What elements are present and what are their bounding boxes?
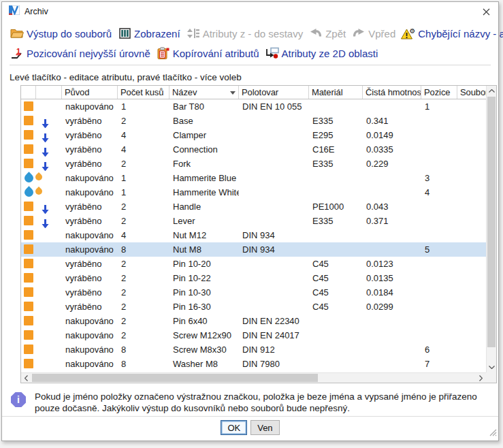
- cell-file: [457, 328, 486, 342]
- table-row[interactable]: vyráběno 2 Pin 16-30 C45 0.0299: [21, 300, 486, 314]
- cell-origin: vyráběno: [62, 285, 118, 300]
- column-header-cista-hmotnost[interactable]: Čistá hmotnost: [363, 86, 421, 99]
- down-arrow-icon: [42, 133, 49, 142]
- cell-position: 3: [421, 171, 457, 185]
- cell-material: C45: [309, 300, 363, 314]
- table-row[interactable]: vyráběno 2 Fork E335 0.229: [21, 157, 486, 171]
- cell-blank: DIN 934: [239, 228, 309, 242]
- cell-blank: [239, 199, 309, 214]
- cell-position: [421, 285, 457, 300]
- part-square-icon: [24, 345, 33, 354]
- cell-name: Screw M12x90: [169, 328, 239, 342]
- cell-name: Connection: [169, 142, 239, 157]
- table-row[interactable]: vyráběno 2 Base E335 0.341: [21, 114, 486, 128]
- cell-name: Washer M8: [169, 357, 239, 371]
- table-row[interactable]: nakupováno 1 Hammerite White 4: [21, 185, 486, 199]
- table-row[interactable]: vyráběno 2 Lever E335 0.371: [21, 214, 486, 228]
- cell-qty: 2: [118, 328, 169, 342]
- toolbar-item-zobrazeni[interactable]: Zobrazení: [117, 27, 180, 40]
- table-row[interactable]: nakupováno 2 Screw M12x90 DIN EN 24017: [21, 328, 486, 342]
- part-square-icon: [24, 230, 33, 240]
- horizontal-scroll-thumb[interactable]: [32, 374, 318, 382]
- cell-blank: [239, 171, 309, 185]
- scroll-down-icon[interactable]: [487, 362, 497, 372]
- part-square-icon: [24, 316, 33, 325]
- cell-mass: 0.0135: [363, 271, 421, 285]
- table-row[interactable]: nakupováno 4 Nut M12 DIN 934: [21, 228, 486, 242]
- column-header-pocet-kusu[interactable]: Počet kusů: [118, 86, 169, 99]
- cell-mass: [363, 99, 421, 114]
- undo-icon: [308, 27, 323, 40]
- cell-origin: vyráběno: [62, 300, 118, 314]
- region-2d-icon: [265, 46, 280, 60]
- column-header-puvod[interactable]: Původ: [62, 86, 118, 99]
- cell-name: Fork: [169, 157, 239, 171]
- table-row[interactable]: nakupováno 8 Screw M8x30 DIN 912 6: [21, 342, 486, 357]
- down-arrow-icon: [42, 118, 49, 128]
- table-row[interactable]: vyráběno 4 Connection C16E 0.0335: [21, 142, 486, 157]
- table-row[interactable]: vyráběno 2 Pin 10-30 C45 0.0184: [21, 285, 486, 300]
- row-icons: [21, 328, 62, 342]
- cell-origin: nakupováno: [62, 228, 118, 242]
- scroll-up-icon[interactable]: [487, 86, 497, 96]
- toolbar-item-kopirovani-atributu[interactable]: Kopírování atributů: [156, 46, 259, 60]
- table-row[interactable]: vyráběno 2 Pin 10-22 C45 0.0135: [21, 271, 486, 285]
- paint-drop-orange-icon: [34, 172, 44, 182]
- cell-qty: 2: [118, 300, 169, 314]
- table-row[interactable]: nakupováno 2 Pin 6x40 DIN EN 22340: [21, 314, 486, 328]
- row-icons: [21, 342, 62, 357]
- down-arrow-icon: [42, 161, 49, 171]
- ok-button[interactable]: OK: [221, 420, 247, 435]
- cell-file: [457, 128, 486, 142]
- resize-grip[interactable]: [489, 427, 497, 439]
- cell-material: C45: [309, 285, 363, 300]
- column-header-icon1[interactable]: [21, 86, 36, 99]
- cell-position: [421, 257, 457, 271]
- column-header-nazev[interactable]: Název: [169, 86, 239, 99]
- column-header-soubor[interactable]: Soubor: [457, 86, 486, 99]
- cell-file: [457, 314, 486, 328]
- toolbar-item-vystup-do-souboru[interactable]: Výstup do souborů: [10, 27, 112, 40]
- vertical-scroll-thumb[interactable]: [487, 97, 496, 347]
- cell-file: [457, 285, 486, 300]
- cell-file: [457, 99, 486, 114]
- scroll-right-icon[interactable]: [476, 373, 486, 383]
- horizontal-scrollbar[interactable]: [21, 372, 486, 383]
- vertical-scrollbar[interactable]: [486, 86, 496, 372]
- toolbar-item-chybejici-nazvy[interactable]: ⚙ Chybějící názvy - atributy: [401, 27, 503, 40]
- column-header-polotovar[interactable]: Polotovar: [239, 86, 309, 99]
- table-row[interactable]: vyráběno 2 Handle PE1000 0.043: [21, 199, 486, 214]
- toolbar-item-pozicovani[interactable]: 1 Pozicování nejvyšší úrovně: [10, 46, 150, 60]
- ven-button[interactable]: Ven: [250, 420, 279, 435]
- table-row[interactable]: vyráběno 4 Clamper E295 0.0149: [21, 128, 486, 142]
- cell-blank: DIN EN 24017: [239, 328, 309, 342]
- cell-origin: vyráběno: [62, 128, 118, 142]
- row-icons: [21, 214, 62, 228]
- cell-blank: DIN 7980: [239, 357, 309, 371]
- table-row[interactable]: nakupováno 1 Bar T80 DIN EN 10 055 1: [21, 99, 486, 114]
- table-columns-icon: [117, 27, 132, 40]
- scrollbar-corner: [486, 372, 496, 383]
- cell-material: [309, 328, 363, 342]
- cell-file: [457, 171, 486, 185]
- table-row[interactable]: nakupováno 8 Nut M8 DIN 934 5: [21, 242, 486, 257]
- cell-name: Handle: [169, 199, 239, 214]
- toolbar-item-atributy-2d[interactable]: Atributy ze 2D oblasti: [265, 46, 378, 60]
- cell-qty: 4: [118, 142, 169, 157]
- close-icon[interactable]: [481, 7, 491, 16]
- cell-blank: [239, 142, 309, 157]
- row-icons: [21, 357, 62, 371]
- row-icons: [21, 199, 62, 214]
- scroll-left-icon[interactable]: [21, 373, 31, 383]
- column-header-icon2[interactable]: [36, 86, 62, 99]
- cell-qty: 4: [118, 128, 169, 142]
- table-row[interactable]: nakupováno 8 Washer M8 DIN 7980 7: [21, 357, 486, 371]
- column-header-material[interactable]: Materiál: [309, 86, 363, 99]
- cell-mass: [363, 228, 421, 242]
- column-header-pozice[interactable]: Pozice: [421, 86, 457, 99]
- cell-mass: 0.043: [363, 199, 421, 214]
- cell-blank: [239, 271, 309, 285]
- table-row[interactable]: nakupováno 1 Hammerite Blue 3: [21, 171, 486, 185]
- row-icons: [21, 185, 62, 199]
- table-row[interactable]: vyráběno 2 Pin 10-20 C45 0.0123: [21, 257, 486, 271]
